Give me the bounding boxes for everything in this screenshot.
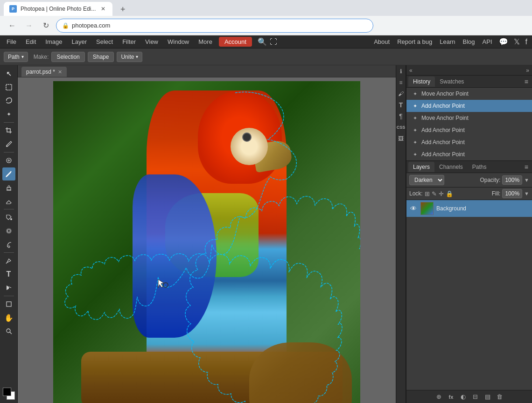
document-tab-close[interactable]: ✕ [58,69,62,75]
menu-item-select[interactable]: Select [91,36,118,47]
menu-item-window[interactable]: Window [163,36,194,47]
layer-visibility-toggle[interactable]: 👁 [409,204,418,213]
history-panel-tabs: History Swatches ≡ [406,76,532,88]
unite-dropdown[interactable]: Unite ▾ [117,52,142,62]
lock-all-icon[interactable]: 🔒 [446,190,453,197]
panel-right-collapse[interactable]: » [526,67,529,74]
info-panel-icon[interactable]: ℹ [397,67,405,76]
menu-right-bug[interactable]: Report a bug [393,36,436,47]
unite-chevron: ▾ [136,54,138,59]
history-icon-4: ✦ [411,139,419,146]
menu-reddit-icon[interactable]: 💬 [496,35,511,48]
tool-blur[interactable] [2,224,15,237]
paths-tab[interactable]: Paths [468,162,491,172]
menu-item-account[interactable]: Account [219,37,252,47]
history-tab[interactable]: History [408,76,435,87]
blend-mode-select[interactable]: Darken Normal Multiply [409,175,444,185]
lock-checkerboard-icon[interactable]: ⊞ [425,190,430,197]
history-item-2[interactable]: ✦ Move Anchor Point [406,112,532,124]
tool-path-select[interactable] [2,281,15,294]
fill-value[interactable]: 100% [502,189,522,198]
menu-right-blog[interactable]: Blog [459,36,479,47]
menu-facebook-icon[interactable]: f [523,36,530,48]
menu-item-image[interactable]: Image [41,36,67,47]
browser-tab[interactable]: P Photopea | Online Photo Edi... ✕ [4,2,112,16]
menu-search-icon[interactable]: 🔍 [258,37,267,46]
menu-item-layer[interactable]: Layer [67,36,92,47]
reload-button[interactable]: ↻ [39,19,52,32]
css-panel-icon[interactable]: CSS [397,123,405,132]
tool-stamp[interactable] [2,181,15,194]
address-bar[interactable]: 🔒 photopea.com [56,19,373,33]
layer-item-background[interactable]: 👁 Background [406,200,532,217]
canvas-container[interactable] [18,77,396,403]
panel-left-collapse[interactable]: « [409,67,413,74]
history-item-3[interactable]: ✦ Add Anchor Point [406,124,532,136]
forward-button[interactable]: → [22,19,35,32]
settings-panel-icon[interactable]: ≡ [397,78,405,87]
history-icon-1: ✦ [411,102,419,110]
layers-tab[interactable]: Layers [408,162,434,172]
history-panel-menu[interactable]: ≡ [523,78,530,85]
menu-right-learn[interactable]: Learn [436,36,459,47]
image-panel-icon[interactable]: 🖼 [397,134,405,143]
document-tab[interactable]: parrot.psd * ✕ [21,67,67,77]
layer-adjustment-button[interactable]: ⊟ [470,392,481,402]
menu-right-about[interactable]: About [370,36,393,47]
fill-arrow[interactable]: ▼ [524,191,529,196]
menu-item-filter[interactable]: Filter [118,36,140,47]
tool-mode-dropdown[interactable]: Path ▾ [4,52,28,62]
menu-twitter-icon[interactable]: 𝕏 [511,35,523,48]
tab-close-icon[interactable]: ✕ [99,5,107,13]
text-panel-icon[interactable]: T [397,101,405,109]
tool-pen[interactable] [2,254,15,267]
tool-shape[interactable] [2,298,15,311]
layer-delete-button[interactable]: 🗑 [495,392,505,402]
layers-panel-menu[interactable]: ≡ [523,163,530,171]
menu-item-file[interactable]: File [2,36,21,47]
channels-tab[interactable]: Channels [434,162,468,172]
menu-right-api[interactable]: API [479,36,496,47]
tool-magic-wand[interactable]: ✦ [2,108,15,121]
menu-fullscreen-icon[interactable]: ⛶ [270,38,277,46]
layers-lock-row: Lock: ⊞ ✎ ✛ 🔒 Fill: 100% ▼ [406,188,532,200]
brush-panel-icon[interactable]: 🖌 [397,90,405,98]
tool-move[interactable]: ↖ [2,67,15,80]
tool-fill[interactable] [2,211,15,224]
layer-fx-button[interactable]: fx [446,392,456,402]
menu-item-edit[interactable]: Edit [21,36,41,47]
shape-button[interactable]: Shape [88,52,114,62]
history-item-4[interactable]: ✦ Add Anchor Point [406,136,532,148]
tool-eraser[interactable] [2,195,15,208]
tool-eyedropper[interactable] [2,138,15,151]
tool-text[interactable]: T [2,268,15,281]
color-swatches[interactable] [2,387,15,400]
history-item-1[interactable]: ✦ Add Anchor Point [406,100,532,112]
swatches-tab[interactable]: Swatches [435,76,469,87]
menu-item-view[interactable]: View [140,36,163,47]
layer-group-button[interactable]: ▤ [483,392,493,402]
history-item-5[interactable]: ✦ Add Anchor Point [406,148,532,160]
opacity-value[interactable]: 100% [502,175,522,185]
new-tab-button[interactable]: + [116,3,129,16]
tool-crop[interactable] [2,124,15,137]
tool-lasso[interactable] [2,94,15,107]
layer-mask-button[interactable]: ◐ [458,392,469,402]
menu-item-more[interactable]: More [194,36,217,47]
layer-link-button[interactable]: ⊕ [434,392,444,402]
back-button[interactable]: ← [6,19,19,32]
tool-hand[interactable]: ✋ [2,311,15,324]
app: File Edit Image Layer Select Filter View… [0,35,532,403]
tool-zoom[interactable] [2,325,15,338]
tool-brush[interactable] [2,167,15,181]
lock-move-icon[interactable]: ✛ [439,190,444,197]
opacity-arrow[interactable]: ▼ [524,177,529,183]
tool-heal[interactable] [2,154,15,167]
history-item-0[interactable]: ✦ Move Anchor Point [406,88,532,100]
svg-point-10 [7,329,10,333]
selection-button[interactable]: Selection [51,52,84,62]
lock-brush-icon[interactable]: ✎ [432,190,437,197]
tool-select-rect[interactable] [2,81,15,94]
tool-dodge[interactable] [2,238,15,251]
paragraph-panel-icon[interactable]: ¶ [397,112,405,120]
